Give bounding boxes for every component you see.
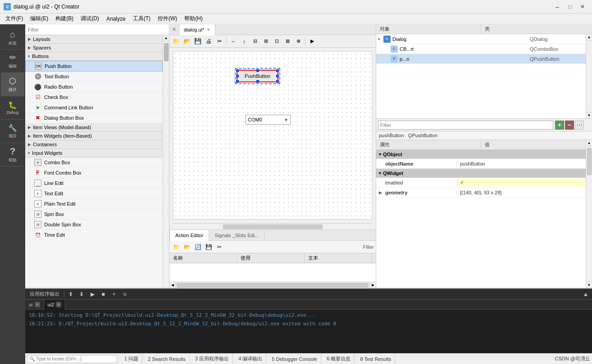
category-containers[interactable]: ▶ Containers [25,140,163,149]
toolbar-btn-layout-form[interactable]: ⊠ [282,36,292,46]
prop-filter-btn-minus[interactable]: − [565,121,574,130]
statusbar-item-app-output[interactable]: 3 应用程序输出 [191,354,233,364]
output-tab-ui2-close[interactable]: ✕ [56,302,61,307]
output-tab-ui-close[interactable]: ✕ [35,302,40,307]
toolbar-btn-preview[interactable]: ▶ [307,36,317,46]
sidebar-item-debug[interactable]: 🐛 Debug [1,96,24,120]
toolbar-btn-save[interactable]: 💾 [193,36,203,46]
prop-scrollbar-thumb[interactable] [587,148,592,175]
output-tab-ui2[interactable]: ui2 ✕ [44,300,66,310]
prop-filter-input[interactable] [378,121,553,130]
prop-value-geometry[interactable]: [(140, 40), 93 x 28] [457,189,586,196]
statusbar-search-input[interactable] [36,356,115,361]
obj-scrollbar-up-icon[interactable]: ▲ [586,34,592,40]
canvas-tab-close-left[interactable]: ✕ [169,27,179,32]
ae-scrollbar-thumb[interactable] [177,283,369,288]
maximize-button[interactable]: □ [564,2,576,11]
toolbar-btn-open[interactable]: 📂 [182,36,192,46]
canvas-tab-close-icon[interactable]: ✕ [207,27,210,32]
ae-btn-2[interactable]: 📂 [182,242,192,252]
widget-filter-input[interactable] [25,24,169,35]
widget-list-scrollbar[interactable]: ▲ [163,35,169,288]
scrollbar-thumb[interactable] [164,43,168,61]
widget-item-command-link[interactable]: ➤ Command Link Button [25,103,163,113]
sidebar-item-projects[interactable]: 🔧 项目 [1,120,24,143]
output-btn-up[interactable]: ⬆ [66,290,75,299]
handle-bc[interactable] [256,80,259,83]
sidebar-item-help[interactable]: ? 帮助 [1,143,24,166]
statusbar-item-summary[interactable]: 6 概要信息 [323,354,355,364]
widget-item-combo-box[interactable]: ▾ Combo Box [25,157,163,168]
prop-filter-btn-dots[interactable]: ⋯ [575,121,584,130]
widget-item-time-edit[interactable]: ⏰ Time Edit [25,230,163,240]
ae-btn-1[interactable]: 📁 [171,242,181,252]
widget-item-double-spin-box[interactable]: ⊞ Double Spin Box [25,220,163,230]
prop-scrollbar[interactable]: ▲ ▼ [586,140,592,288]
canvas-h-scrollbar[interactable] [173,223,372,229]
sidebar-item-edit[interactable]: ✏ 编辑 [1,49,24,73]
output-btn-add[interactable]: + [109,290,118,299]
handle-tr[interactable] [276,69,279,72]
design-canvas[interactable]: PushButton COM0 ▼ [173,51,372,220]
prop-value-objectname[interactable]: pushButton [457,160,586,167]
close-button[interactable]: ✕ [577,2,588,11]
handle-br[interactable] [276,80,279,83]
menu-tools[interactable]: 工具(T) [129,14,154,23]
ae-scrollbar-left[interactable]: ◀ [169,282,176,288]
widget-item-tool-button[interactable]: 🔘 Tool Button [25,72,163,82]
widget-item-push-button[interactable]: OK Push Button [25,61,163,72]
category-item-views[interactable]: ▶ Item Views (Model-Based) [25,123,163,132]
toolbar-btn-layout-grid[interactable]: ⊡ [272,36,282,46]
handle-tc[interactable] [256,69,259,72]
widget-item-radio-button[interactable]: ⚫ Radio Button [25,82,163,92]
ae-btn-4[interactable]: 💾 [204,242,214,252]
category-item-widgets[interactable]: ▶ Item Widgets (Item-Based) [25,132,163,140]
ae-scrollbar-right[interactable]: ▶ [369,282,376,288]
output-btn-menu[interactable]: ≡ [120,290,129,299]
tab-signals-slots[interactable]: Signals _Slots Edi... [209,230,264,241]
output-collapse-btn[interactable]: ▲ [579,291,592,297]
canvas-push-button[interactable]: PushButton [237,70,278,82]
menu-analyze[interactable]: Analyze [103,15,129,23]
prop-expand-geometry[interactable]: ▶ [376,190,383,195]
ae-h-scrollbar[interactable]: ◀ ▶ [169,282,376,288]
statusbar-item-test-results[interactable]: 8 Test Results [356,354,395,364]
sidebar-item-design[interactable]: ⬡ 设计 [1,73,24,96]
menu-edit[interactable]: 编辑(E) [27,14,52,23]
widget-item-font-combo-box[interactable]: F Font Combo Box [25,168,163,178]
handle-bl[interactable] [236,80,239,83]
output-btn-play[interactable]: ▶ [88,290,97,299]
menu-file[interactable]: 文件(F) [2,14,27,23]
toolbar-btn-adjust-h[interactable]: ↔ [228,36,238,46]
prop-value-enabled[interactable]: ✓ [457,179,586,186]
obj-row-pushbutton[interactable]: P p...n QPushButton [376,54,586,64]
widget-item-check-box[interactable]: ☑ Check Box [25,92,163,103]
obj-row-combobox[interactable]: C CB...rt QComboBox [376,44,586,54]
category-spacers[interactable]: ▶ Spacers [25,44,163,52]
obj-inspector-scrollbar[interactable]: ▲ ▼ [586,34,592,118]
statusbar-item-search-results[interactable]: 2 Search Results [144,354,190,364]
prop-filter-btn-plus[interactable]: + [555,121,564,130]
category-layouts[interactable]: ▶ Layouts [25,35,163,44]
ae-btn-3[interactable]: 🔃 [193,242,203,252]
statusbar-item-problems[interactable]: 1 问题 [121,354,142,364]
obj-scrollbar-down-icon[interactable]: ▼ [586,112,592,118]
toolbar-btn-layout-v[interactable]: ⊞ [261,36,271,46]
canvas-h-scrollbar-thumb[interactable] [223,225,323,229]
statusbar-item-debugger-console[interactable]: 5 Debugger Console [268,354,321,364]
scrollbar-up-icon[interactable]: ▲ [163,35,169,41]
toolbar-btn-break-layout[interactable]: ⊗ [293,36,303,46]
menu-help[interactable]: 帮助(H) [181,14,206,23]
category-input-widgets[interactable]: ▾ Input Widgets [25,149,163,157]
handle-ml[interactable] [236,75,239,77]
output-tab-ui[interactable]: ui ✕ [25,300,44,310]
toolbar-btn-layout-h[interactable]: ⊟ [250,36,260,46]
toolbar-btn-print[interactable]: 🖨 [204,36,214,46]
canvas-tab[interactable]: dialog.ui* ✕ [179,24,215,35]
handle-mr[interactable] [276,75,279,77]
statusbar-item-compile-output[interactable]: 4 编译输出 [235,354,266,364]
menu-build[interactable]: 构建(B) [52,14,77,23]
minimize-button[interactable]: – [551,2,563,11]
obj-row-dialog[interactable]: ▾ D Dialog QDialog [376,34,586,44]
widget-item-spin-box[interactable]: ⊞ Spin Box [25,209,163,220]
